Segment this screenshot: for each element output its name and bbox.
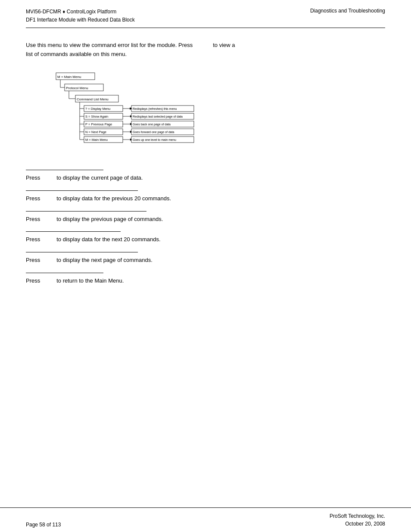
footer-company-info: ProSoft Technology, Inc. October 20, 200… bbox=[330, 512, 385, 528]
press-word-4: Press bbox=[26, 235, 40, 244]
svg-text:Redisplays (refreshes) this me: Redisplays (refreshes) this menu bbox=[133, 107, 177, 111]
press-text-6: to return to the Main Menu. bbox=[56, 277, 124, 286]
page-header: MVI56-DFCMR ♦ ControlLogix Platform DF1 … bbox=[0, 0, 411, 28]
press-word-2: Press bbox=[26, 194, 40, 203]
svg-text:N = Next Page: N = Next Page bbox=[85, 130, 106, 134]
press-word-3: Press bbox=[26, 215, 40, 224]
press-text-3: to display the previous page of commands… bbox=[56, 215, 163, 224]
intro-text2: to view a bbox=[213, 42, 235, 48]
footer-company: ProSoft Technology, Inc. bbox=[330, 512, 385, 520]
press-divider-6 bbox=[26, 273, 103, 273]
press-section-2: Press to display data for the previous 2… bbox=[26, 190, 385, 203]
press-section-4: Press to display data for the next 20 co… bbox=[26, 231, 385, 244]
svg-text:Command List Menu: Command List Menu bbox=[77, 97, 109, 101]
footer-page-info: Page 58 of 113 bbox=[26, 522, 61, 528]
svg-text:M = Main Menu: M = Main Menu bbox=[85, 138, 108, 142]
intro-paragraph: Use this menu to view the command error … bbox=[26, 41, 385, 59]
header-right: Diagnostics and Troubleshooting bbox=[310, 8, 385, 14]
page-footer: Page 58 of 113 ProSoft Technology, Inc. … bbox=[0, 507, 411, 532]
press-section-6: Press to return to the Main Menu. bbox=[26, 273, 385, 286]
press-line-6: Press to return to the Main Menu. bbox=[26, 277, 385, 286]
svg-text:S = Show Again: S = Show Again bbox=[85, 115, 108, 118]
press-line-3: Press to display the previous page of co… bbox=[26, 215, 385, 224]
svg-text:M = Main Menu: M = Main Menu bbox=[57, 75, 81, 79]
press-section-5: Press to display the next page of comman… bbox=[26, 252, 385, 265]
intro-text3: list of commands available on this menu. bbox=[26, 51, 127, 57]
svg-text:Goes up one level to main menu: Goes up one level to main menu bbox=[133, 138, 176, 142]
press-text-4: to display data for the next 20 commands… bbox=[56, 235, 160, 244]
press-section-1: Press to display the current page of dat… bbox=[26, 170, 385, 183]
press-word-1: Press bbox=[26, 174, 40, 183]
press-text-1: to display the current page of data. bbox=[56, 174, 143, 183]
press-divider-3 bbox=[26, 211, 146, 212]
header-title-line1: MVI56-DFCMR ♦ ControlLogix Platform bbox=[26, 8, 135, 16]
press-word-6: Press bbox=[26, 277, 40, 286]
intro-text1: Use this menu to view the command error … bbox=[26, 42, 193, 48]
press-line-2: Press to display data for the previous 2… bbox=[26, 194, 385, 203]
header-left: MVI56-DFCMR ♦ ControlLogix Platform DF1 … bbox=[26, 8, 135, 24]
header-title-line2: DF1 Interface Module with Reduced Data B… bbox=[26, 16, 135, 24]
footer-date: October 20, 2008 bbox=[330, 520, 385, 528]
menu-tree-diagram: M = Main Menu Protocol Menu Command List… bbox=[52, 69, 385, 157]
main-content: Use this menu to view the command error … bbox=[0, 28, 411, 507]
press-line-5: Press to display the next page of comman… bbox=[26, 256, 385, 265]
press-word-5: Press bbox=[26, 256, 40, 265]
press-line-4: Press to display data for the next 20 co… bbox=[26, 235, 385, 244]
press-line-1: Press to display the current page of dat… bbox=[26, 174, 385, 183]
svg-text:? = Display Menu: ? = Display Menu bbox=[85, 107, 110, 111]
press-divider-1 bbox=[26, 170, 103, 170]
press-text-2: to display data for the previous 20 comm… bbox=[56, 194, 171, 203]
press-divider-5 bbox=[26, 252, 138, 252]
press-divider-2 bbox=[26, 190, 138, 191]
svg-text:Goes forward one page of data: Goes forward one page of data bbox=[133, 131, 174, 134]
svg-text:Protocol Menu: Protocol Menu bbox=[66, 86, 88, 90]
menu-tree-svg: M = Main Menu Protocol Menu Command List… bbox=[52, 69, 233, 156]
press-divider-4 bbox=[26, 231, 121, 232]
press-section-3: Press to display the previous page of co… bbox=[26, 211, 385, 224]
svg-text:Goes back one page of data: Goes back one page of data bbox=[133, 123, 171, 126]
svg-text:Redisplays last selected page : Redisplays last selected page of data bbox=[133, 115, 183, 118]
svg-text:P = Previous Page: P = Previous Page bbox=[85, 122, 112, 126]
press-text-5: to display the next page of commands. bbox=[56, 256, 153, 265]
